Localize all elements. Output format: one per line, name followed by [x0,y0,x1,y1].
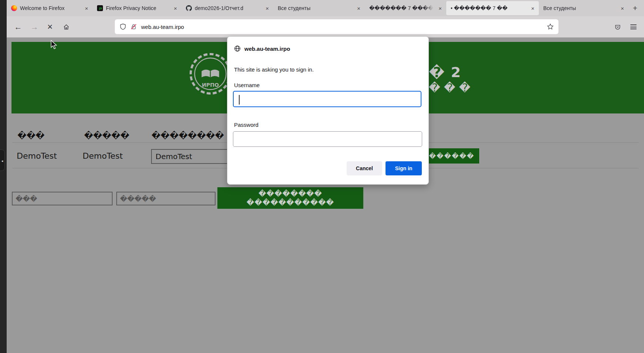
sign-in-button[interactable]: Sign in [386,161,422,175]
tracking-shield-icon[interactable] [120,23,126,30]
tab-title: Firefox Privacy Notice [106,5,170,11]
tab-title: ������� 7 ���� [369,5,435,11]
svg-text:ИРПО: ИРПО [202,82,219,88]
github-icon [186,5,192,11]
new-student-name-input[interactable] [12,192,113,205]
firefox-icon [11,5,17,11]
url-bar[interactable]: web.au-team.irpo [115,19,558,34]
password-field[interactable] [233,131,422,147]
browser-window: Welcome to Firefox × Firefox Privacy Not… [0,0,644,353]
back-button[interactable] [12,21,24,33]
cancel-button[interactable]: Cancel [347,161,382,175]
bookmark-star-icon[interactable] [547,23,554,30]
new-student-group-input[interactable] [116,192,216,205]
auth-host: web.au-team.irpo [244,46,290,52]
tab-close-icon[interactable]: × [356,5,361,11]
irpo-logo: ИРПО [188,52,232,96]
new-tab-button[interactable]: + [628,0,642,16]
tab-github-repo[interactable]: demo2026-1/Отчет.d × [181,0,273,16]
tab-bar: Welcome to Firefox × Firefox Privacy Not… [7,0,644,16]
url-text[interactable]: web.au-team.irpo [141,24,543,30]
home-button[interactable] [60,21,73,33]
tab-close-icon[interactable]: × [173,5,178,11]
tab-close-icon[interactable]: × [620,5,625,11]
globe-icon [234,45,241,52]
auth-dialog-header: web.au-team.irpo [234,45,290,52]
text-caret [239,95,240,105]
auth-message: This site is asking you to sign in. [234,66,314,73]
tab-title: Все студенты [543,5,617,11]
pocket-icon [614,24,621,30]
tab-close-icon[interactable]: × [84,5,89,11]
collapse-arrow-icon [1,157,3,164]
tab-close-icon[interactable]: × [265,5,270,11]
mouse-cursor [50,40,59,50]
tab-title: Все студенты [278,5,353,11]
tab-close-icon[interactable]: × [530,5,535,11]
tab-close-icon[interactable]: × [438,5,443,11]
column-header-name: ��� [17,131,44,140]
tab-title: • ������� 7 �� [451,5,527,11]
password-label: Password [234,122,258,128]
student-name-cell: DemoTest [17,151,57,161]
page-title-line1: � 2 [429,64,474,80]
sidebar-collapse-handle[interactable] [0,149,5,171]
username-label: Username [234,82,260,88]
add-student-button[interactable]: �������� ����������� [217,187,363,209]
hamburger-icon [630,24,637,29]
home-icon [63,24,70,30]
navigation-toolbar: web.au-team.irpo [7,16,644,37]
tab-privacy-notice[interactable]: Firefox Privacy Notice × [93,0,181,16]
column-header-actions: �������� [151,131,224,140]
tab-title: demo2026-1/Отчет.d [195,5,262,11]
pocket-button[interactable] [611,21,624,33]
tab-all-students-1[interactable]: Все студенты × [273,0,365,16]
tab-student-7[interactable]: ������� 7 ���� × [365,0,446,16]
tab-all-students-2[interactable]: Все студенты × [539,0,628,16]
forward-button[interactable] [28,21,41,33]
insecure-lock-icon[interactable] [130,23,137,30]
stop-button[interactable] [44,21,56,33]
page-title-line2: ��� [429,81,474,94]
column-header-group: ����� [84,131,129,140]
tab-student-7-active[interactable]: • ������� 7 �� × [446,1,539,15]
username-field[interactable] [233,91,421,107]
student-group-cell: DemoTest [83,151,123,161]
page-title: � 2 ��� [429,64,474,94]
desktop-edge-strip [0,0,7,353]
tab-welcome-to-firefox[interactable]: Welcome to Firefox × [7,0,93,16]
http-auth-dialog: web.au-team.irpo This site is asking you… [227,36,429,185]
tab-title: Welcome to Firefox [20,5,81,11]
mozilla-icon [97,5,103,11]
menu-button[interactable] [627,21,640,33]
